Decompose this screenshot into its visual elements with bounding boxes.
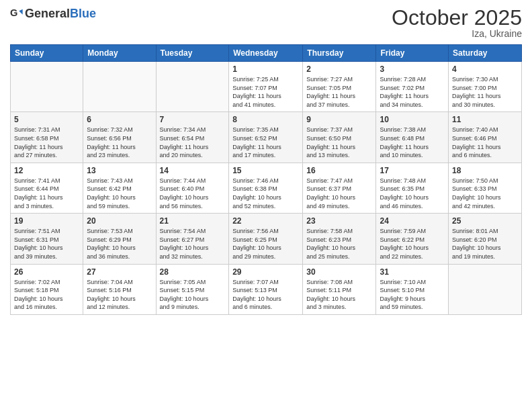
day-cell: 4Sunrise: 7:30 AM Sunset: 7:00 PM Daylig… (449, 62, 522, 112)
header: G GeneralBlue October 2025 Iza, Ukraine (10, 7, 522, 39)
day-cell: 15Sunrise: 7:46 AM Sunset: 6:38 PM Dayli… (229, 163, 303, 213)
day-info: Sunrise: 7:34 AM Sunset: 6:54 PM Dayligh… (160, 126, 226, 159)
day-info: Sunrise: 7:35 AM Sunset: 6:52 PM Dayligh… (232, 126, 299, 159)
day-cell: 31Sunrise: 7:10 AM Sunset: 5:10 PM Dayli… (376, 264, 449, 314)
day-number: 24 (380, 216, 445, 226)
day-cell: 19Sunrise: 7:51 AM Sunset: 6:31 PM Dayli… (11, 214, 83, 264)
weekday-header-wednesday: Wednesday (229, 45, 303, 62)
day-number: 13 (87, 166, 152, 175)
day-number: 30 (306, 267, 372, 277)
day-number: 12 (14, 166, 79, 175)
day-info: Sunrise: 7:44 AM Sunset: 6:40 PM Dayligh… (160, 177, 226, 210)
day-number: 17 (380, 166, 445, 175)
week-row-4: 19Sunrise: 7:51 AM Sunset: 6:31 PM Dayli… (11, 214, 522, 264)
day-number: 15 (232, 166, 299, 175)
day-number: 9 (306, 115, 372, 124)
day-cell: 3Sunrise: 7:28 AM Sunset: 7:02 PM Daylig… (376, 62, 449, 112)
day-cell: 7Sunrise: 7:34 AM Sunset: 6:54 PM Daylig… (156, 112, 229, 163)
title-block: October 2025 Iza, Ukraine (392, 7, 522, 39)
day-cell: 2Sunrise: 7:27 AM Sunset: 7:05 PM Daylig… (303, 62, 376, 112)
day-cell: 8Sunrise: 7:35 AM Sunset: 6:52 PM Daylig… (229, 112, 303, 163)
day-cell: 1Sunrise: 7:25 AM Sunset: 7:07 PM Daylig… (229, 62, 303, 112)
day-number: 6 (87, 115, 152, 124)
day-number: 29 (232, 267, 299, 277)
day-cell: 6Sunrise: 7:32 AM Sunset: 6:56 PM Daylig… (83, 112, 156, 163)
week-row-5: 26Sunrise: 7:02 AM Sunset: 5:18 PM Dayli… (11, 264, 522, 314)
day-number: 25 (452, 216, 518, 226)
day-info: Sunrise: 7:59 AM Sunset: 6:22 PM Dayligh… (380, 227, 445, 261)
day-cell (449, 264, 522, 314)
week-row-3: 12Sunrise: 7:41 AM Sunset: 6:44 PM Dayli… (11, 163, 522, 213)
day-cell: 18Sunrise: 7:50 AM Sunset: 6:33 PM Dayli… (449, 163, 522, 213)
day-number: 8 (232, 115, 299, 124)
day-cell (156, 62, 229, 112)
day-info: Sunrise: 7:30 AM Sunset: 7:00 PM Dayligh… (452, 75, 518, 109)
day-info: Sunrise: 7:25 AM Sunset: 7:07 PM Dayligh… (232, 75, 299, 109)
weekday-header-saturday: Saturday (449, 45, 522, 62)
day-number: 28 (160, 267, 226, 277)
day-cell: 28Sunrise: 7:05 AM Sunset: 5:15 PM Dayli… (156, 264, 229, 314)
day-info: Sunrise: 7:54 AM Sunset: 6:27 PM Dayligh… (160, 227, 226, 261)
day-info: Sunrise: 7:05 AM Sunset: 5:15 PM Dayligh… (160, 278, 226, 312)
day-cell (11, 62, 83, 112)
logo-icon: G (10, 7, 24, 21)
day-info: Sunrise: 7:43 AM Sunset: 6:42 PM Dayligh… (87, 177, 152, 210)
day-cell: 5Sunrise: 7:31 AM Sunset: 6:58 PM Daylig… (11, 112, 83, 163)
day-info: Sunrise: 7:47 AM Sunset: 6:37 PM Dayligh… (306, 177, 372, 210)
day-number: 14 (160, 166, 226, 175)
weekday-header-thursday: Thursday (303, 45, 376, 62)
day-info: Sunrise: 7:02 AM Sunset: 5:18 PM Dayligh… (14, 278, 79, 312)
day-number: 4 (452, 64, 518, 74)
page: G GeneralBlue October 2025 Iza, Ukraine … (0, 0, 532, 411)
day-number: 5 (14, 115, 79, 124)
day-cell: 9Sunrise: 7:37 AM Sunset: 6:50 PM Daylig… (303, 112, 376, 163)
day-number: 31 (380, 267, 445, 277)
day-cell: 22Sunrise: 7:56 AM Sunset: 6:25 PM Dayli… (229, 214, 303, 264)
day-number: 18 (452, 166, 518, 175)
day-number: 11 (452, 115, 518, 124)
day-cell: 13Sunrise: 7:43 AM Sunset: 6:42 PM Dayli… (83, 163, 156, 213)
day-number: 16 (306, 166, 372, 175)
day-cell: 21Sunrise: 7:54 AM Sunset: 6:27 PM Dayli… (156, 214, 229, 264)
day-info: Sunrise: 7:51 AM Sunset: 6:31 PM Dayligh… (14, 227, 79, 261)
day-cell: 11Sunrise: 7:40 AM Sunset: 6:46 PM Dayli… (449, 112, 522, 163)
location: Iza, Ukraine (392, 28, 522, 39)
day-cell: 30Sunrise: 7:08 AM Sunset: 5:11 PM Dayli… (303, 264, 376, 314)
day-number: 10 (380, 115, 445, 124)
weekday-header-sunday: Sunday (11, 45, 83, 62)
day-info: Sunrise: 7:10 AM Sunset: 5:10 PM Dayligh… (380, 278, 445, 312)
day-info: Sunrise: 7:56 AM Sunset: 6:25 PM Dayligh… (232, 227, 299, 261)
day-info: Sunrise: 7:37 AM Sunset: 6:50 PM Dayligh… (306, 126, 372, 159)
day-info: Sunrise: 7:28 AM Sunset: 7:02 PM Dayligh… (380, 75, 445, 109)
day-info: Sunrise: 7:40 AM Sunset: 6:46 PM Dayligh… (452, 126, 518, 159)
day-info: Sunrise: 7:08 AM Sunset: 5:11 PM Dayligh… (306, 278, 372, 312)
day-cell: 23Sunrise: 7:58 AM Sunset: 6:23 PM Dayli… (303, 214, 376, 264)
week-row-1: 1Sunrise: 7:25 AM Sunset: 7:07 PM Daylig… (11, 62, 522, 112)
day-info: Sunrise: 7:46 AM Sunset: 6:38 PM Dayligh… (232, 177, 299, 210)
logo-blue: Blue (70, 7, 96, 20)
day-info: Sunrise: 7:58 AM Sunset: 6:23 PM Dayligh… (306, 227, 372, 261)
day-info: Sunrise: 7:53 AM Sunset: 6:29 PM Dayligh… (87, 227, 152, 261)
day-cell: 10Sunrise: 7:38 AM Sunset: 6:48 PM Dayli… (376, 112, 449, 163)
day-info: Sunrise: 7:07 AM Sunset: 5:13 PM Dayligh… (232, 278, 299, 312)
day-info: Sunrise: 7:31 AM Sunset: 6:58 PM Dayligh… (14, 126, 79, 159)
day-cell: 24Sunrise: 7:59 AM Sunset: 6:22 PM Dayli… (376, 214, 449, 264)
day-number: 7 (160, 115, 226, 124)
svg-text:G: G (10, 7, 17, 18)
day-info: Sunrise: 7:41 AM Sunset: 6:44 PM Dayligh… (14, 177, 79, 210)
weekday-header-row: SundayMondayTuesdayWednesdayThursdayFrid… (11, 45, 522, 62)
day-cell: 26Sunrise: 7:02 AM Sunset: 5:18 PM Dayli… (11, 264, 83, 314)
day-number: 1 (232, 64, 299, 74)
day-info: Sunrise: 7:04 AM Sunset: 5:16 PM Dayligh… (87, 278, 152, 312)
day-cell: 27Sunrise: 7:04 AM Sunset: 5:16 PM Dayli… (83, 264, 156, 314)
day-number: 3 (380, 64, 445, 74)
svg-marker-1 (19, 9, 22, 14)
day-number: 22 (232, 216, 299, 226)
day-info: Sunrise: 7:38 AM Sunset: 6:48 PM Dayligh… (380, 126, 445, 159)
day-info: Sunrise: 7:50 AM Sunset: 6:33 PM Dayligh… (452, 177, 518, 210)
day-cell: 17Sunrise: 7:48 AM Sunset: 6:35 PM Dayli… (376, 163, 449, 213)
day-info: Sunrise: 7:27 AM Sunset: 7:05 PM Dayligh… (306, 75, 372, 109)
day-number: 23 (306, 216, 372, 226)
day-cell: 20Sunrise: 7:53 AM Sunset: 6:29 PM Dayli… (83, 214, 156, 264)
day-number: 19 (14, 216, 79, 226)
